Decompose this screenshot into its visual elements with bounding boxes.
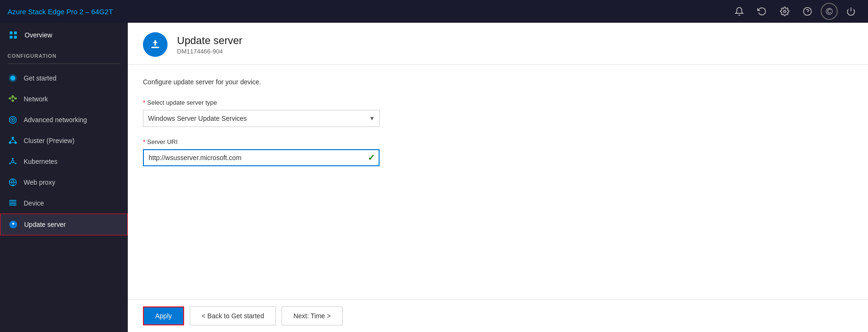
sidebar-item-cluster[interactable]: Cluster (Preview) [0,130,128,151]
svg-point-1 [804,8,812,16]
page-description: Configure update server for your device. [143,78,853,86]
page-title: Update server [177,35,242,47]
svg-rect-32 [9,202,17,203]
required-star-2: * [143,138,145,145]
sidebar-item-update-server[interactable]: Update server [0,214,128,235]
server-uri-label: * Server URI [143,138,853,145]
page-body: Configure update server for your device.… [128,65,868,299]
page-subtitle: DM1174466-904 [177,48,242,55]
account-icon[interactable]: © [821,3,838,20]
sidebar-item-overview[interactable]: Overview [0,23,128,47]
sidebar-item-advanced-networking[interactable]: Advanced networking [0,109,128,130]
content-area: Update server DM1174466-904 Configure up… [128,23,868,332]
svg-point-23 [9,163,11,164]
back-to-get-started-button[interactable]: < Back to Get started [190,306,276,325]
sidebar-item-web-proxy[interactable]: Web proxy [0,172,128,193]
main-layout: Overview CONFIGURATION Get started [0,23,868,332]
sidebar-item-device[interactable]: Device [0,193,128,214]
svg-rect-3 [14,32,17,35]
server-type-field: * Select update server type Windows Serv… [143,99,853,127]
get-started-icon [8,73,18,83]
svg-point-17 [9,142,11,144]
svg-line-28 [14,162,15,163]
svg-point-22 [12,158,13,160]
overview-icon [8,29,19,41]
notifications-icon[interactable] [730,2,749,21]
globe-icon [8,177,18,188]
sidebar-item-update-server-label: Update server [24,221,66,228]
help-icon[interactable] [798,2,817,21]
page-header-text: Update server DM1174466-904 [177,35,242,55]
svg-rect-2 [10,32,13,35]
server-type-label: * Select update server type [143,99,853,106]
sidebar-item-kubernetes-label: Kubernetes [24,158,58,165]
app-title: Azure Stack Edge Pro 2 – 64G2T [8,8,113,16]
sidebar-item-kubernetes[interactable]: Kubernetes [0,151,128,172]
settings-icon[interactable] [775,2,794,21]
sidebar-item-network-label: Network [24,95,48,103]
svg-rect-33 [9,203,17,204]
svg-line-27 [11,162,12,163]
kubernetes-icon [8,156,18,167]
sidebar-item-get-started[interactable]: Get started [0,68,128,89]
input-valid-icon: ✓ [368,153,375,163]
server-uri-input-wrapper: ✓ [143,149,380,166]
sidebar-item-device-label: Device [24,199,44,207]
svg-point-15 [12,119,13,120]
sidebar-item-network[interactable]: Network [0,89,128,109]
svg-point-0 [784,10,786,13]
svg-point-18 [14,142,17,144]
sidebar-overview-label: Overview [25,31,52,39]
apply-button[interactable]: Apply [143,306,184,325]
sidebar-item-web-proxy-label: Web proxy [24,179,55,186]
svg-point-16 [12,137,14,139]
svg-line-19 [10,139,13,142]
page-header: Update server DM1174466-904 [128,23,868,65]
svg-rect-34 [9,205,17,206]
svg-line-20 [13,139,16,142]
cluster-icon [8,135,18,146]
sidebar-item-advanced-networking-label: Advanced networking [24,116,87,124]
update-server-icon [8,219,18,230]
svg-point-24 [15,163,16,164]
svg-rect-5 [14,36,17,39]
top-bar: Azure Stack Edge Pro 2 – 64G2T [0,0,868,23]
sidebar-section-configuration: CONFIGURATION [0,47,128,62]
svg-rect-9 [12,100,14,102]
required-star-1: * [143,99,145,106]
sidebar-item-cluster-label: Cluster (Preview) [24,137,74,144]
page-footer: Apply < Back to Get started Next: Time > [128,299,868,332]
device-icon [8,198,18,208]
network-icon [8,94,18,104]
page-header-icon [143,32,168,57]
top-bar-icons: © [730,2,860,21]
sidebar: Overview CONFIGURATION Get started [0,23,128,332]
refresh-icon[interactable] [753,2,771,21]
sidebar-item-get-started-label: Get started [24,74,56,82]
server-uri-field: * Server URI ✓ [143,138,853,166]
sidebar-divider [8,63,120,64]
next-time-button[interactable]: Next: Time > [282,306,343,325]
svg-rect-4 [10,36,13,39]
power-icon[interactable] [841,2,860,21]
svg-rect-31 [9,200,17,201]
server-uri-input[interactable] [143,149,380,166]
server-type-select[interactable]: Windows Server Update Services Microsoft… [143,110,380,127]
advanced-networking-icon [8,115,18,125]
server-type-select-wrapper: Windows Server Update Services Microsoft… [143,110,380,127]
svg-rect-37 [151,47,159,48]
